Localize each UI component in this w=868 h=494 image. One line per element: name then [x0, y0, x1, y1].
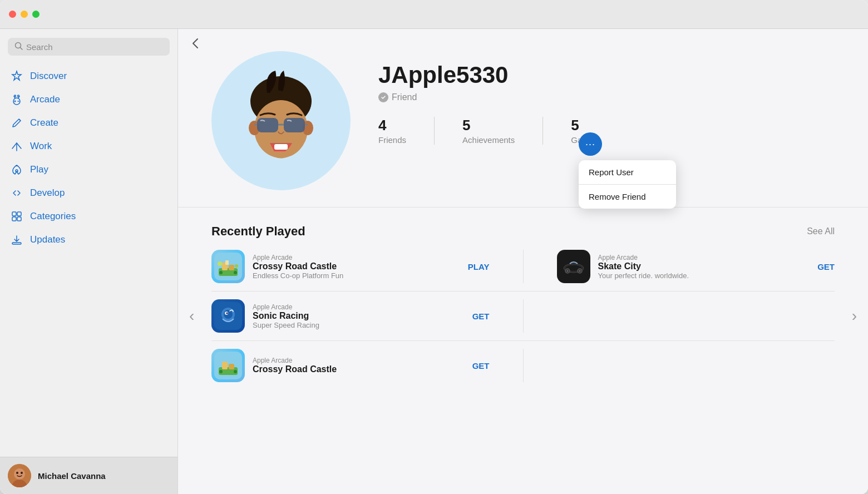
game-desc-sonic: Super Speed Racing	[253, 321, 453, 329]
maximize-button[interactable]	[32, 11, 40, 18]
sidebar-label-categories: Categories	[30, 211, 76, 222]
svg-rect-8	[12, 217, 16, 221]
friends-count: 4	[378, 117, 406, 134]
sidebar-item-create[interactable]: Create	[3, 111, 174, 135]
achievements-label: Achievements	[462, 135, 515, 145]
vertical-divider-3	[523, 349, 524, 382]
stat-friends: 4 Friends	[378, 117, 435, 145]
create-icon	[10, 117, 23, 129]
sidebar-item-work[interactable]: Work	[3, 135, 174, 158]
categories-icon	[10, 210, 23, 223]
svg-point-36	[235, 264, 238, 268]
sidebar-item-discover[interactable]: Discover	[3, 65, 174, 88]
sidebar-label-create: Create	[30, 117, 58, 129]
game-category-skate: Apple Arcade	[598, 254, 799, 261]
svg-line-1	[21, 48, 23, 50]
search-label: Search	[26, 42, 53, 52]
game-action-sonic[interactable]: GET	[472, 312, 490, 321]
carousel-arrow-left[interactable]: ‹	[189, 307, 194, 325]
game-name: Crossy Road Castle	[253, 261, 449, 271]
svg-rect-22	[284, 118, 305, 132]
svg-point-3	[14, 95, 16, 97]
svg-point-32	[219, 271, 223, 274]
updates-icon	[10, 234, 23, 246]
game-action-crossy1[interactable]: PLAY	[468, 262, 490, 271]
more-button[interactable]: ···	[579, 132, 602, 156]
close-button[interactable]	[9, 11, 16, 18]
friend-label: Friend	[392, 92, 417, 102]
game-category-crossy2: Apple Arcade	[253, 357, 453, 364]
arcade-icon	[10, 93, 23, 106]
game-name-crossy2: Crossy Road Castle	[253, 364, 453, 374]
sidebar-label-develop: Develop	[30, 187, 65, 199]
friend-badge-icon	[378, 92, 388, 102]
title-bar	[0, 0, 868, 29]
svg-rect-10	[12, 243, 21, 244]
sidebar: Search Discover	[0, 29, 178, 494]
remove-friend-item[interactable]: Remove Friend	[579, 185, 676, 209]
game-action-crossy2[interactable]: GET	[472, 361, 490, 370]
back-button[interactable]	[189, 37, 203, 53]
svg-rect-51	[222, 362, 228, 369]
carousel-arrow-right[interactable]: ›	[852, 307, 857, 325]
game-icon-skate	[557, 250, 590, 283]
user-name: Michael Cavanna	[38, 471, 106, 481]
search-bar[interactable]: Search	[8, 38, 170, 56]
sidebar-item-categories[interactable]: Categories	[3, 205, 174, 228]
svg-point-4	[18, 95, 19, 97]
section-header: Recently Played See All	[211, 224, 835, 239]
svg-point-14	[16, 472, 18, 474]
svg-rect-26	[274, 144, 288, 150]
discover-icon	[10, 70, 23, 82]
recently-played-section: Recently Played See All ‹	[178, 208, 868, 399]
sidebar-user[interactable]: Michael Cavanna	[0, 457, 177, 494]
game-desc: Endless Co-op Platform Fun	[253, 271, 449, 280]
sidebar-label-play: Play	[30, 164, 48, 175]
game-item-crossy2: Apple Arcade Crossy Road Castle GET	[211, 349, 490, 382]
game-category: Apple Arcade	[253, 254, 449, 261]
game-details-skate: Apple Arcade Skate City Your perfect rid…	[598, 254, 799, 280]
app-window: Search Discover	[0, 0, 868, 494]
profile-username: JApple5330	[378, 62, 598, 88]
game-row-2: Apple Arcade Sonic Racing Super Speed Ra…	[211, 292, 835, 341]
vertical-divider-2	[523, 299, 524, 333]
sidebar-label-discover: Discover	[30, 71, 67, 82]
sidebar-item-play[interactable]: Play	[3, 158, 174, 181]
game-item-sonic: Apple Arcade Sonic Racing Super Speed Ra…	[211, 299, 490, 333]
sidebar-item-updates[interactable]: Updates	[3, 228, 174, 251]
game-icon-sonic	[211, 299, 245, 333]
play-icon	[10, 164, 23, 176]
carousel-container: ‹	[211, 250, 835, 382]
content-area: JApple5330 Friend 4 Fr	[178, 29, 868, 494]
svg-point-53	[219, 370, 223, 373]
ellipsis-icon: ···	[585, 139, 595, 150]
game-row-1: Apple Arcade Crossy Road Castle Endless …	[211, 250, 835, 292]
report-user-item[interactable]: Report User	[579, 160, 676, 184]
stat-achievements: 5 Achievements	[462, 117, 543, 145]
game-item-skate: Apple Arcade Skate City Your perfect rid…	[557, 250, 835, 283]
svg-point-48	[226, 313, 228, 314]
svg-rect-49	[214, 352, 242, 379]
profile-header: JApple5330 Friend 4 Fr	[178, 29, 868, 208]
profile-info: JApple5330 Friend 4 Fr	[378, 51, 598, 184]
svg-point-54	[234, 370, 237, 373]
section-title: Recently Played	[211, 224, 305, 239]
game-name-skate: Skate City	[598, 261, 799, 271]
games-count: 5	[571, 117, 598, 134]
minimize-button[interactable]	[21, 11, 28, 18]
sidebar-item-develop[interactable]: Develop	[3, 181, 174, 205]
sidebar-label-updates: Updates	[30, 234, 65, 245]
svg-point-12	[14, 468, 25, 480]
svg-rect-7	[17, 212, 21, 216]
game-action-skate[interactable]: GET	[817, 262, 835, 271]
traffic-lights	[9, 11, 40, 18]
svg-rect-6	[12, 212, 16, 216]
game-category-sonic: Apple Arcade	[253, 303, 453, 311]
sidebar-item-arcade[interactable]: Arcade	[3, 88, 174, 111]
svg-point-35	[218, 261, 222, 266]
game-desc-skate: Your perfect ride. worldwide.	[598, 271, 799, 280]
game-icon-crossy1	[211, 250, 245, 283]
see-all-link[interactable]: See All	[807, 226, 835, 236]
memoji-svg	[223, 62, 339, 179]
friend-status: Friend	[378, 92, 598, 102]
